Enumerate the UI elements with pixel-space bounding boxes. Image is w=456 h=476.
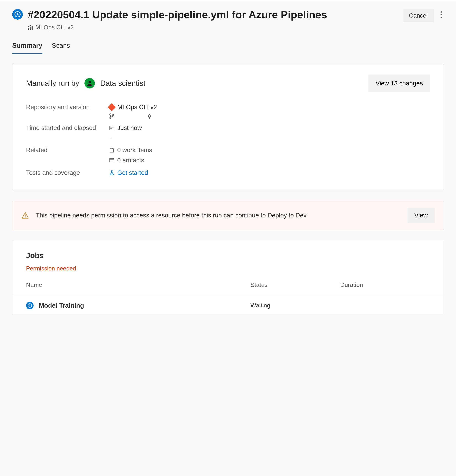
artifacts[interactable]: 0 artifacts <box>117 157 144 164</box>
warning-icon <box>22 212 29 219</box>
svg-rect-15 <box>110 149 114 152</box>
svg-rect-16 <box>110 159 114 162</box>
repo-label: Repository and version <box>26 103 105 119</box>
work-items[interactable]: 0 work items <box>117 146 152 154</box>
git-icon <box>108 103 116 111</box>
svg-point-8 <box>110 114 111 115</box>
run-summary-card: Manually run by Data scientist View 13 c… <box>12 64 444 190</box>
avatar <box>84 78 95 88</box>
permission-alert: This pipeline needs permission to access… <box>12 201 444 230</box>
pipeline-name: MLOps CLI v2 <box>35 24 74 31</box>
svg-rect-13 <box>110 128 111 129</box>
svg-point-11 <box>148 115 151 117</box>
job-name: Model Training <box>39 302 84 309</box>
col-duration: Duration <box>340 281 430 288</box>
commit-icon[interactable] <box>147 113 152 119</box>
job-row[interactable]: Model Training Waiting <box>12 295 444 315</box>
svg-point-9 <box>110 117 111 119</box>
page-header: #20220504.1 Update simple-pipeline.yml f… <box>12 8 444 31</box>
svg-rect-17 <box>110 158 114 159</box>
workitem-icon <box>109 147 115 153</box>
jobs-title: Jobs <box>26 251 430 260</box>
svg-point-5 <box>30 25 31 26</box>
cancel-button[interactable]: Cancel <box>403 9 434 22</box>
page-title: #20220504.1 Update simple-pipeline.yml f… <box>28 8 398 22</box>
svg-point-7 <box>88 81 91 83</box>
job-status: Waiting <box>251 302 340 309</box>
pipeline-breadcrumb[interactable]: MLOps CLI v2 <box>28 24 398 31</box>
related-label: Related <box>26 146 105 164</box>
repo-name[interactable]: MLOps CLI v2 <box>117 103 157 111</box>
jobs-card: Jobs Permission needed Name Status Durat… <box>12 241 444 315</box>
run-status-icon <box>12 9 23 20</box>
run-by-label: Manually run by <box>26 79 79 87</box>
pipeline-icon <box>28 24 33 30</box>
svg-point-18 <box>25 217 25 217</box>
flask-icon <box>109 170 115 176</box>
svg-rect-1 <box>28 28 29 30</box>
branch-icon[interactable] <box>109 113 115 119</box>
alert-message: This pipeline needs permission to access… <box>36 211 401 220</box>
svg-point-4 <box>28 26 29 27</box>
tabs: Summary Scans <box>12 42 444 54</box>
tab-scans[interactable]: Scans <box>52 42 70 54</box>
calendar-icon <box>109 125 115 131</box>
more-actions-button[interactable] <box>439 9 444 21</box>
job-status-icon <box>26 302 34 309</box>
tab-summary[interactable]: Summary <box>12 42 42 54</box>
svg-rect-3 <box>32 26 33 30</box>
alert-view-button[interactable]: View <box>407 208 434 223</box>
tests-label: Tests and coverage <box>26 169 105 176</box>
artifact-icon <box>109 157 115 163</box>
svg-point-6 <box>32 24 33 25</box>
run-by-user: Data scientist <box>100 79 145 87</box>
svg-point-10 <box>112 114 114 116</box>
time-started: Just now <box>117 124 142 131</box>
col-status: Status <box>251 281 340 288</box>
tests-get-started-link[interactable]: Get started <box>117 169 148 176</box>
time-label: Time started and elapsed <box>26 124 105 141</box>
svg-rect-2 <box>30 27 31 30</box>
svg-rect-14 <box>111 128 112 129</box>
time-elapsed: - <box>109 134 430 141</box>
view-changes-button[interactable]: View 13 changes <box>368 75 430 92</box>
permission-needed-text: Permission needed <box>26 265 430 272</box>
col-name: Name <box>26 281 251 288</box>
